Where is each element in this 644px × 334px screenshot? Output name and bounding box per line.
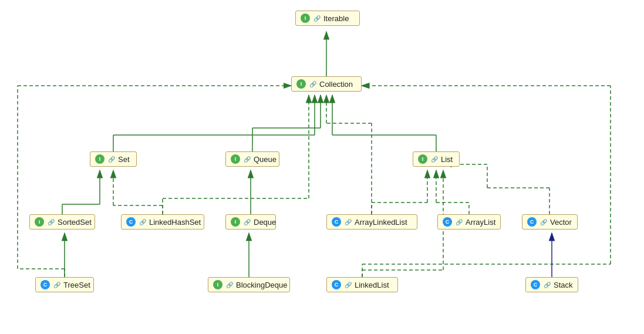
badge-list: I	[418, 154, 427, 164]
badge-linkedhashset: C	[126, 217, 136, 227]
label-iterable: Iterable	[323, 14, 349, 23]
label-stack: Stack	[554, 281, 573, 289]
node-blockingdeque: I 🔗 BlockingDeque	[208, 277, 290, 292]
label-list: List	[441, 155, 453, 164]
node-iterable: I 🔗 Iterable	[295, 11, 360, 26]
node-linkedhashset: C 🔗 LinkedHashSet	[121, 214, 204, 230]
badge-blockingdeque: I	[213, 280, 222, 289]
badge-queue: I	[231, 154, 240, 164]
node-sortedset: I 🔗 SortedSet	[29, 214, 95, 230]
node-stack: C 🔗 Stack	[525, 277, 578, 292]
badge-treeset: C	[41, 280, 50, 289]
label-sortedset: SortedSet	[58, 218, 92, 227]
label-blockingdeque: BlockingDeque	[236, 281, 287, 289]
node-set: I 🔗 Set	[90, 151, 137, 167]
node-treeset: C 🔗 TreeSet	[35, 277, 94, 292]
node-arraylist: C 🔗 ArrayList	[437, 214, 501, 230]
badge-set: I	[95, 154, 104, 164]
badge-sortedset: I	[35, 217, 44, 227]
node-list: I 🔗 List	[413, 151, 460, 167]
label-queue: Queue	[254, 155, 277, 164]
label-linkedhashset: LinkedHashSet	[149, 218, 201, 227]
node-collection: I 🔗 Collection	[291, 76, 362, 92]
label-set: Set	[118, 155, 130, 164]
badge-collection: I	[296, 79, 306, 89]
label-arraylist: ArrayList	[466, 218, 495, 227]
badge-arraylist: C	[443, 217, 452, 227]
label-arraylinkedlist: ArrayLinkedList	[355, 218, 407, 227]
badge-iterable: I	[301, 14, 310, 23]
label-deque: Deque	[254, 218, 276, 227]
badge-vector: C	[527, 217, 537, 227]
label-collection: Collection	[319, 80, 353, 89]
node-arraylinkedlist: C 🔗 ArrayLinkedList	[326, 214, 417, 230]
label-vector: Vector	[550, 218, 572, 227]
node-queue: I 🔗 Queue	[225, 151, 279, 167]
badge-stack: C	[531, 280, 540, 289]
label-linkedlist: LinkedList	[355, 281, 389, 289]
node-linkedlist: C 🔗 LinkedList	[326, 277, 398, 292]
node-vector: C 🔗 Vector	[522, 214, 578, 230]
badge-arraylinkedlist: C	[332, 217, 341, 227]
badge-deque: I	[231, 217, 240, 227]
badge-linkedlist: C	[332, 280, 341, 289]
node-deque: I 🔗 Deque	[225, 214, 276, 230]
label-treeset: TreeSet	[63, 281, 90, 289]
